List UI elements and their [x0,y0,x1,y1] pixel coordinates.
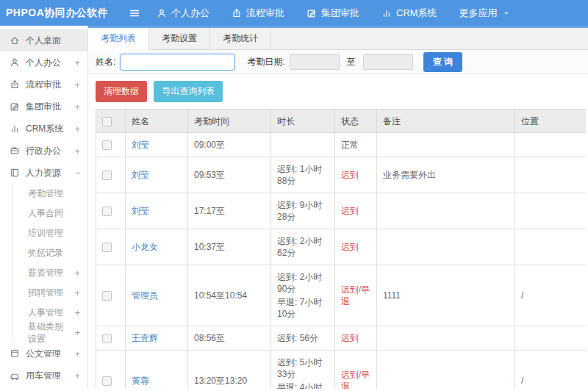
employee-name-link[interactable]: 刘莹 [132,206,149,216]
expand-toggle-icon[interactable]: + [71,101,80,112]
status-badge: 迟到/早退 [341,370,370,389]
sidebar-item-label: 集团审批 [26,101,71,113]
employee-name-link[interactable]: 管理员 [132,290,158,301]
sidebar-subitem-hr-contract[interactable]: 人事合同 [13,204,87,223]
menu-toggle-button[interactable] [123,7,146,19]
tab-attendance-stats[interactable]: 考勤统计 [210,28,271,49]
sidebar-item-vehicle-management[interactable]: 用车管理+ [0,365,87,387]
attendance-time-cell: 10:54至10:54 [188,265,271,326]
select-all-checkbox[interactable] [102,117,112,126]
duration-late: 迟到: 9小时28分 [277,199,329,223]
expand-toggle-icon[interactable]: + [71,287,80,298]
expand-toggle-icon[interactable]: + [71,327,80,338]
table-row: 小龙女10:37至迟到: 2小时62分迟到 [96,229,587,265]
sidebar-subitem-attendance-management[interactable]: 考勤管理 [13,184,87,204]
briefcase-icon [10,146,20,156]
top-navbar: PHPOA协同办公软件 个人办公流程审批集团审批CRM系统更多应用 [0,0,588,26]
table-row: 刘莹09:53至迟到: 1小时88分迟到业务需要外出 [96,157,587,193]
duration-cell: 迟到: 5小时33分早退: 4小时67分 [271,351,335,390]
column-header: 时长 [271,110,335,133]
sidebar-item-admin-office[interactable]: 行政办公+ [0,140,87,162]
row-checkbox[interactable] [102,334,112,343]
sidebar-item-archive-management[interactable]: 档案管理+ [0,387,87,389]
share-icon [10,79,20,90]
name-cell: 管理员 [126,265,188,326]
expand-toggle-icon[interactable]: + [71,268,80,279]
nav-item-label: 流程审批 [246,7,284,20]
duration-early-leave: 早退: 7小时10分 [277,296,329,320]
app-window: PHPOA协同办公软件 个人办公流程审批集团审批CRM系统更多应用 个人桌面个人… [0,0,588,391]
expand-toggle-icon[interactable]: + [71,348,80,359]
row-checkbox[interactable] [102,243,112,252]
expand-toggle-icon[interactable]: + [71,370,80,381]
name-cell: 刘莹 [126,193,188,229]
sidebar-item-workflow-approval[interactable]: 流程审批+ [0,73,87,96]
row-checkbox[interactable] [102,140,112,150]
sidebar-subitem-label: 人事管理 [28,306,71,319]
nav-item-personal-office[interactable]: 个人办公 [146,0,220,26]
attendance-time-cell: 10:37至 [188,229,271,265]
duration-cell: 迟到: 9小时28分 [271,193,335,229]
sidebar-subitem-salary-management[interactable]: 薪资管理+ [13,263,87,283]
row-checkbox[interactable] [102,291,112,301]
sidebar-item-human-resources[interactable]: 人力资源− [0,162,87,184]
expand-toggle-icon[interactable]: + [71,146,80,157]
tab-attendance-list[interactable]: 考勤列表 [88,28,149,50]
row-checkbox-cell [96,193,126,229]
employee-name-link[interactable]: 王壹辉 [132,333,158,343]
employee-name-link[interactable]: 黄蓉 [132,376,149,386]
status-cell: 迟到/早退 [335,265,377,326]
expand-toggle-icon[interactable]: + [71,307,80,318]
chart-icon [10,123,20,134]
employee-name-link[interactable]: 小龙女 [132,242,158,252]
expand-toggle-icon[interactable]: + [71,79,80,90]
employee-name-link[interactable]: 刘莹 [132,140,149,150]
status-cell: 正常 [335,133,377,157]
home-icon [10,35,20,46]
action-bar: 清理数据 导出查询列表 [88,74,588,109]
sidebar-subitem-reward-punishment[interactable]: 奖惩记录 [13,243,87,263]
nav-item-workflow-approval[interactable]: 流程审批 [220,0,295,26]
search-button[interactable]: 查 询 [423,52,462,72]
nav-item-group-approval[interactable]: 集团审批 [295,0,370,26]
edit-icon [306,8,317,18]
app-logo: PHPOA协同办公软件 [0,7,123,20]
nav-item-crm-system[interactable]: CRM系统 [370,0,448,26]
sidebar: 个人桌面个人办公+流程审批+集团审批+CRM系统+行政办公+人力资源−考勤管理人… [0,26,88,389]
expand-toggle-icon[interactable]: − [71,168,80,179]
row-checkbox-cell [96,229,126,265]
row-checkbox[interactable] [102,207,112,216]
sidebar-subitem-recruitment-management[interactable]: 招聘管理+ [13,283,87,303]
table-header-row: 姓名考勤时间时长状态备注位置 [96,110,587,133]
expand-toggle-icon[interactable]: + [71,123,80,134]
status-cell: 迟到 [335,193,377,229]
remark-cell [377,351,515,390]
caret-icon [502,9,511,18]
sidebar-item-doc-management[interactable]: 公文管理+ [0,342,87,365]
sidebar-subitem-base-category-settings[interactable]: 基础类别设置+ [13,323,87,342]
status-badge: 迟到 [341,242,359,252]
nav-item-more-apps[interactable]: 更多应用 [448,0,526,26]
sidebar-item-crm-system[interactable]: CRM系统+ [0,118,87,140]
name-input[interactable] [120,54,235,71]
clean-data-button[interactable]: 清理数据 [96,81,147,102]
row-checkbox[interactable] [102,171,112,180]
expand-toggle-icon[interactable]: + [71,57,80,68]
employee-name-link[interactable]: 刘莹 [132,170,149,180]
location-cell [515,133,587,157]
sidebar-item-personal-desktop[interactable]: 个人桌面 [0,29,87,51]
export-list-button[interactable]: 导出查询列表 [154,81,223,102]
date-to-input[interactable] [363,54,413,70]
location-cell [515,229,587,265]
sidebar-subitem-training-management[interactable]: 培训管理 [13,223,87,243]
name-filter-label: 姓名: [96,56,115,68]
table-row: 王壹辉08:56至迟到: 56分迟到 [96,326,587,351]
sidebar-item-personal-office[interactable]: 个人办公+ [0,51,87,73]
row-checkbox[interactable] [102,376,112,386]
tab-attendance-settings[interactable]: 考勤设置 [149,28,210,49]
duration-cell: 迟到: 2小时90分早退: 7小时10分 [271,265,335,326]
date-from-input[interactable] [290,54,340,70]
sidebar-item-group-approval[interactable]: 集团审批+ [0,96,87,118]
attendance-time-cell: 17:17至 [188,193,271,229]
name-cell: 刘莹 [126,133,188,157]
